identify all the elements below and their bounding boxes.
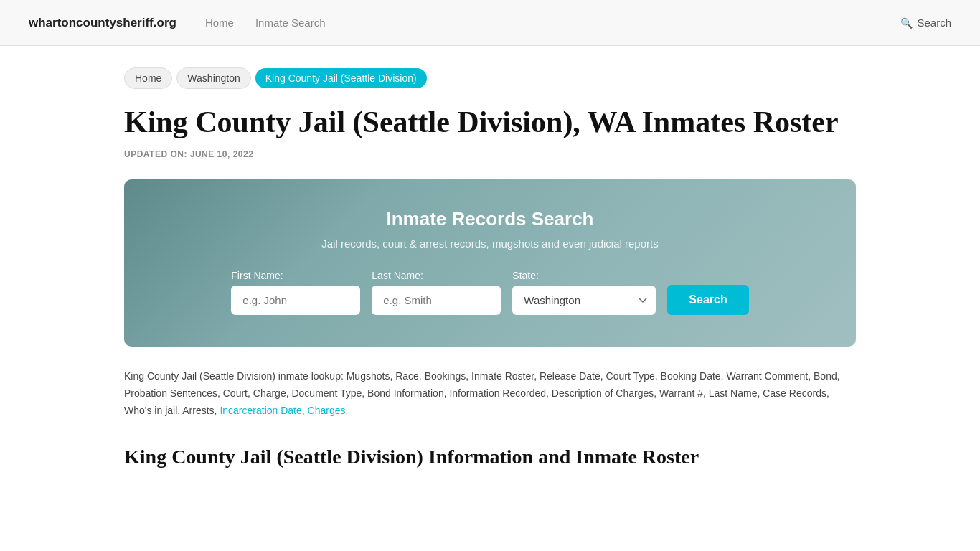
nav-inmate-search[interactable]: Inmate Search (255, 17, 326, 29)
breadcrumb-washington[interactable]: Washington (176, 67, 250, 89)
inmate-records-search-section: Inmate Records Search Jail records, cour… (124, 179, 856, 347)
search-section-subtitle: Jail records, court & arrest records, mu… (146, 237, 834, 250)
nav-home[interactable]: Home (205, 17, 234, 29)
nav-search-label: Search (917, 17, 951, 29)
breadcrumb-home[interactable]: Home (124, 67, 172, 89)
nav-search-button[interactable]: 🔍 Search (900, 17, 951, 29)
breadcrumb-current: King County Jail (Seattle Division) (255, 68, 427, 88)
last-name-input[interactable] (372, 286, 501, 315)
nav-links: Home Inmate Search (205, 17, 872, 29)
breadcrumb: Home Washington King County Jail (Seattl… (124, 67, 856, 89)
description-text: King County Jail (Seattle Division) inma… (124, 368, 856, 419)
navbar: whartoncountysheriff.org Home Inmate Sea… (0, 0, 980, 46)
state-group: State: Washington Alabama Alaska Arizona… (512, 270, 656, 315)
search-icon: 🔍 (900, 17, 913, 29)
first-name-input[interactable] (231, 286, 360, 315)
updated-label: UPDATED ON: JUNE 10, 2022 (124, 149, 856, 159)
first-name-group: First Name: (231, 270, 360, 315)
search-button[interactable]: Search (667, 285, 748, 315)
main-content: Home Washington King County Jail (Seattl… (95, 46, 885, 497)
first-name-label: First Name: (231, 270, 283, 281)
bottom-section-title: King County Jail (Seattle Division) Info… (124, 446, 856, 468)
incarceration-date-link[interactable]: Incarceration Date (220, 405, 301, 416)
charges-link[interactable]: Charges (308, 405, 346, 416)
state-label: State: (512, 270, 539, 281)
last-name-group: Last Name: (372, 270, 501, 315)
site-brand[interactable]: whartoncountysheriff.org (29, 16, 176, 30)
state-select[interactable]: Washington Alabama Alaska Arizona Arkans… (512, 286, 656, 315)
page-title: King County Jail (Seattle Division), WA … (124, 105, 856, 139)
search-section-title: Inmate Records Search (146, 208, 834, 230)
search-form: First Name: Last Name: State: Washington… (146, 270, 834, 315)
last-name-label: Last Name: (372, 270, 423, 281)
